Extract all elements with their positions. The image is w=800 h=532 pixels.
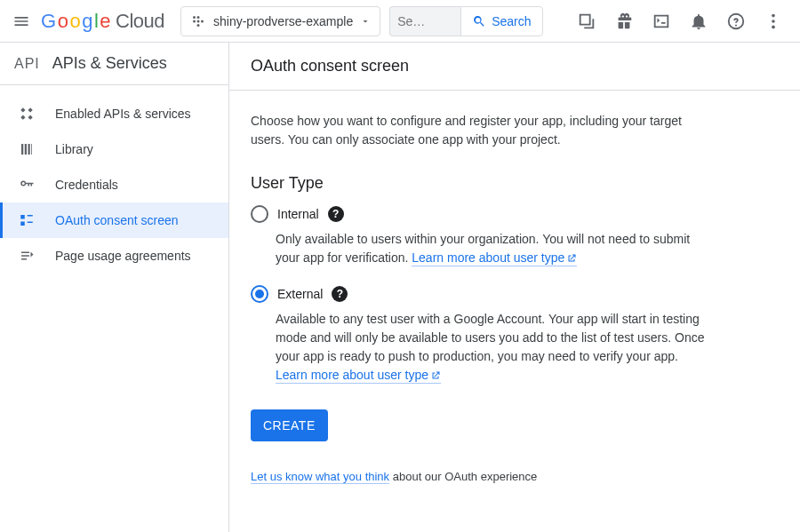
svg-point-6 — [772, 13, 775, 17]
header-bar: Google Cloud shiny-prodverse-example Sea… — [0, 0, 800, 43]
menu-icon[interactable] — [11, 11, 32, 32]
radio-internal[interactable] — [251, 205, 268, 223]
gift-icon[interactable] — [613, 11, 635, 32]
sidebar-item-oauth-consent[interactable]: OAuth consent screen — [0, 202, 228, 238]
create-button[interactable]: CREATE — [251, 409, 328, 441]
library-icon — [18, 140, 36, 158]
sidebar-item-agreements[interactable]: Page usage agreements — [0, 238, 228, 274]
main-content: OAuth consent screen Choose how you want… — [229, 43, 800, 532]
radio-row-internal: Internal ? — [251, 205, 706, 223]
internal-desc: Only available to users within your orga… — [276, 230, 706, 267]
search-icon — [472, 14, 486, 28]
api-mark: API — [14, 56, 40, 72]
cloud-word: Cloud — [116, 10, 164, 33]
search-button-label: Search — [492, 14, 531, 28]
user-type-heading: User Type — [251, 174, 706, 193]
sidebar-item-label: Enabled APIs & services — [55, 107, 191, 121]
agreements-icon — [18, 247, 36, 265]
svg-point-0 — [193, 16, 196, 19]
project-icon — [190, 13, 206, 29]
svg-rect-12 — [28, 115, 32, 119]
svg-point-8 — [772, 25, 775, 28]
svg-point-3 — [197, 20, 200, 22]
search-group: Search — [389, 6, 542, 36]
svg-point-2 — [193, 20, 196, 22]
svg-rect-16 — [28, 222, 33, 224]
external-link-icon — [566, 253, 577, 264]
external-desc-text: Available to any test user with a Google… — [276, 312, 705, 363]
help-internal-icon[interactable]: ? — [328, 206, 344, 222]
consent-icon — [18, 211, 36, 229]
page-title: OAuth consent screen — [229, 43, 800, 91]
tiles-icon — [18, 105, 36, 123]
feedback-row: Let us know what you think about our OAu… — [251, 470, 706, 483]
google-cloud-logo[interactable]: Google Cloud — [41, 10, 164, 33]
sidebar-item-library[interactable]: Library — [0, 131, 228, 167]
more-icon[interactable] — [763, 11, 784, 32]
svg-rect-11 — [20, 115, 25, 119]
search-button[interactable]: Search — [460, 6, 542, 36]
external-link-icon — [430, 370, 441, 381]
sidebar: API APIs & Services Enabled APIs & servi… — [0, 43, 229, 532]
external-desc: Available to any test user with a Google… — [276, 310, 706, 385]
search-input[interactable] — [389, 6, 460, 36]
key-icon — [18, 176, 36, 194]
learn-more-internal[interactable]: Learn more about user type — [412, 250, 577, 266]
cloud-shell-icon[interactable] — [576, 11, 597, 32]
feedback-suffix: about our OAuth experience — [389, 470, 537, 483]
learn-more-external[interactable]: Learn more about user type — [276, 368, 441, 384]
radio-row-external: External ? — [251, 285, 706, 303]
sidebar-title: APIs & Services — [52, 54, 167, 73]
radio-external[interactable] — [251, 285, 268, 303]
svg-point-7 — [772, 20, 775, 23]
sidebar-item-label: Credentials — [55, 178, 118, 192]
sidebar-item-label: Library — [55, 142, 93, 156]
svg-point-4 — [201, 20, 204, 22]
bell-icon[interactable] — [688, 11, 709, 32]
help-icon[interactable] — [725, 11, 747, 32]
svg-rect-10 — [28, 107, 32, 112]
sidebar-nav: Enabled APIs & services Library Credenti… — [0, 85, 228, 284]
project-name: shiny-prodverse-example — [213, 14, 353, 28]
svg-rect-9 — [20, 107, 25, 112]
sidebar-item-credentials[interactable]: Credentials — [0, 167, 228, 202]
svg-point-1 — [197, 16, 200, 19]
header-icons — [576, 11, 784, 32]
svg-point-5 — [197, 24, 200, 27]
sidebar-item-label: OAuth consent screen — [55, 213, 179, 227]
sidebar-item-label: Page usage agreements — [55, 249, 191, 263]
project-selector[interactable]: shiny-prodverse-example — [180, 6, 380, 36]
svg-rect-14 — [20, 222, 25, 226]
dropdown-icon — [360, 16, 371, 27]
help-external-icon[interactable]: ? — [332, 286, 348, 302]
intro-text: Choose how you want to configure and reg… — [251, 112, 706, 149]
radio-label-external: External — [277, 287, 323, 301]
feedback-link[interactable]: Let us know what you think — [251, 470, 389, 484]
svg-rect-13 — [20, 215, 25, 219]
radio-label-internal: Internal — [277, 207, 319, 221]
terminal-icon[interactable] — [651, 11, 672, 32]
sidebar-header: API APIs & Services — [0, 43, 228, 85]
svg-rect-15 — [28, 215, 33, 217]
sidebar-item-enabled-apis[interactable]: Enabled APIs & services — [0, 96, 228, 131]
